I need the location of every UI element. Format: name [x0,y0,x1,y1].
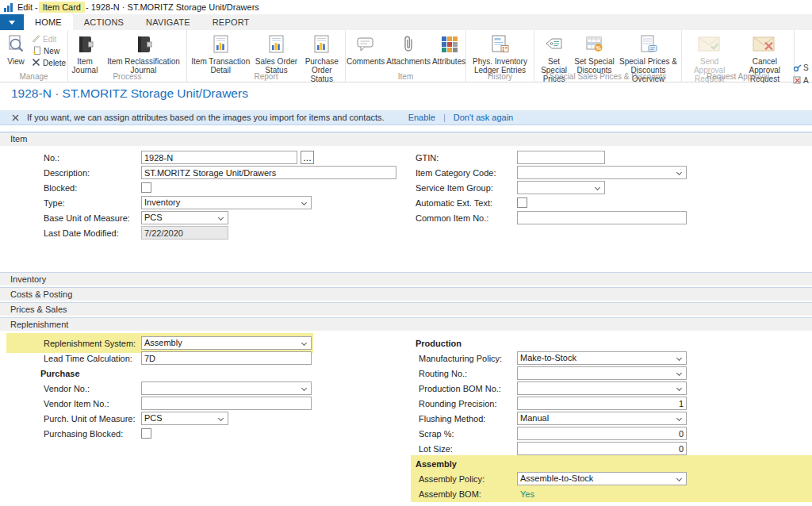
vendor-no-select[interactable] [141,381,312,395]
tab-home[interactable]: HOME [24,14,73,30]
no-assist-edit-button[interactable]: … [301,151,314,164]
production-bom-no-select[interactable] [517,381,687,395]
flushing-method-label: Flushing Method: [419,414,517,424]
phys-inventory-ledger-entries-button[interactable]: Phys. Inventory Ledger Entries [469,33,532,75]
clipped-approvals-button[interactable]: A [793,76,812,85]
flushing-method-select[interactable]: Manual [517,412,687,425]
field-row: Description: [44,166,400,179]
item-transaction-detail-button[interactable]: Item Transaction Detail [187,33,254,75]
delete-x-icon [32,58,40,68]
scrap-pct-input[interactable] [517,427,687,440]
chevron-down-icon [301,385,307,391]
lot-size-input[interactable] [517,442,687,455]
replenishment-left-column: Replenishment System: Assembly Lead Time… [40,336,373,442]
lead-time-calculation-input[interactable] [141,351,312,365]
item-reclassification-journal-button[interactable]: Item Reclassification Journal [102,33,186,75]
app-menu-button[interactable] [0,14,24,30]
attachments-button[interactable]: Attachments [385,33,431,67]
overview-document-icon [638,33,658,56]
notification-message: If you want, we can assign attributes ba… [27,113,385,122]
fasttab-header-inventory[interactable]: Inventory [0,272,812,286]
tab-navigate[interactable]: NAVIGATE [135,14,201,30]
replenishment-system-label: Replenishment System: [44,339,141,348]
production-bom-no-label: Production BOM No.: [419,384,517,393]
gtin-input[interactable] [517,151,605,164]
clipped-workflow-button[interactable]: S [793,63,812,72]
field-row: No.: … [44,151,400,164]
routing-no-label: Routing No.: [419,369,517,378]
field-row: Flushing Method: Manual [416,412,812,425]
gtin-label: GTIN: [416,153,517,163]
tab-report[interactable]: REPORT [201,14,261,30]
ribbon-group-item: Comments Attachments Attributes Item [346,30,466,82]
fasttab-header-replenishment[interactable]: Replenishment [0,317,812,331]
approvals-grid-icon [793,76,802,85]
page-title: 1928-N · ST.MORITZ Storage Unit/Drawers [11,86,248,101]
edit-button[interactable]: Edit [32,33,66,45]
report-chart-icon [212,33,230,56]
vendor-item-no-input[interactable] [141,397,312,410]
sales-order-status-button[interactable]: Sales Order Status [255,33,299,75]
service-item-group-label: Service Item Group: [416,183,517,193]
field-row: Purchasing Blocked: [40,427,373,440]
ribbon-edge-clipped-buttons: S A [793,63,812,92]
view-icon [6,33,26,56]
purch-unit-of-measure-select[interactable]: PCS [141,412,228,425]
send-approval-envelope-icon [698,33,722,56]
rounding-precision-label: Rounding Precision: [419,399,517,408]
item-journal-button[interactable]: Item Journal [69,33,101,75]
group-label-report: Report [187,72,345,81]
attributes-button[interactable]: Attributes [431,33,466,67]
no-input[interactable] [141,151,297,164]
type-select[interactable]: Inventory [141,196,312,209]
rounding-precision-input[interactable] [517,397,687,410]
view-button[interactable]: View [3,33,29,69]
delete-button[interactable]: Delete [32,57,66,69]
notification-bar: If you want, we can assign attributes ba… [0,110,812,125]
base-unit-of-measure-select[interactable]: PCS [141,211,228,224]
notification-enable-link[interactable]: Enable [408,113,435,122]
item-category-code-select[interactable] [517,166,687,179]
purchasing-blocked-checkbox[interactable] [141,428,151,439]
automatic-ext-text-checkbox[interactable] [517,197,527,208]
vendor-no-label: Vendor No.: [44,384,141,393]
last-date-modified-field [141,226,228,240]
field-row: Type: Inventory [44,196,400,209]
tab-actions[interactable]: ACTIONS [73,14,135,30]
common-item-no-input[interactable] [517,211,687,224]
last-date-modified-label: Last Date Modified: [44,228,141,238]
production-group-label: Production [416,339,462,348]
fasttab-header-costs-posting[interactable]: Costs & Posting [0,287,812,301]
field-row: Production BOM No.: [416,381,812,395]
svg-text:%: % [596,44,601,51]
manufacturing-policy-select[interactable]: Make-to-Stock [517,351,687,365]
service-item-group-select[interactable] [517,181,605,194]
description-input[interactable] [141,166,396,179]
assembly-bom-value-link[interactable]: Yes [517,489,534,499]
group-label-history: History [466,72,534,81]
chevron-down-icon [676,416,682,421]
field-row: Vendor No.: [40,381,373,395]
window-titlebar: Edit - Item Card - 1928-N · ST.MORITZ St… [0,0,812,14]
fasttab-header-item[interactable]: Item [0,132,812,146]
replenishment-system-select[interactable]: Assembly [141,336,312,350]
manufacturing-policy-label: Manufacturing Policy: [419,354,517,363]
ribbon-group-special-prices: Set Special Prices % Set Special Discoun… [534,30,682,82]
field-row: Blocked: [44,181,400,194]
routing-no-select[interactable] [517,366,687,380]
item-fields-right-column: GTIN: Item Category Code: Service Item G… [416,151,788,226]
set-special-discounts-button[interactable]: % Set Special Discounts [573,33,615,75]
comments-button[interactable]: Comments [346,33,385,67]
field-row: Automatic Ext. Text: [416,196,788,209]
new-button[interactable]: New [32,45,66,57]
assembly-policy-select[interactable]: Assemble-to-Stock [517,472,687,485]
ribbon-tabbar: HOME ACTIONS NAVIGATE REPORT [0,14,812,30]
blocked-checkbox[interactable] [141,182,151,193]
group-label-item: Item [346,72,465,81]
notification-dismiss-link[interactable]: Don't ask again [454,113,513,122]
notification-close-button[interactable] [12,114,19,121]
group-label-special-prices: Special Sales Prices & Discounts [534,72,681,81]
ribbon-group-process: Item Journal Item Reclassification Journ… [68,30,187,82]
fasttab-header-prices-sales[interactable]: Prices & Sales [0,302,812,316]
field-row: Routing No.: [416,366,812,380]
